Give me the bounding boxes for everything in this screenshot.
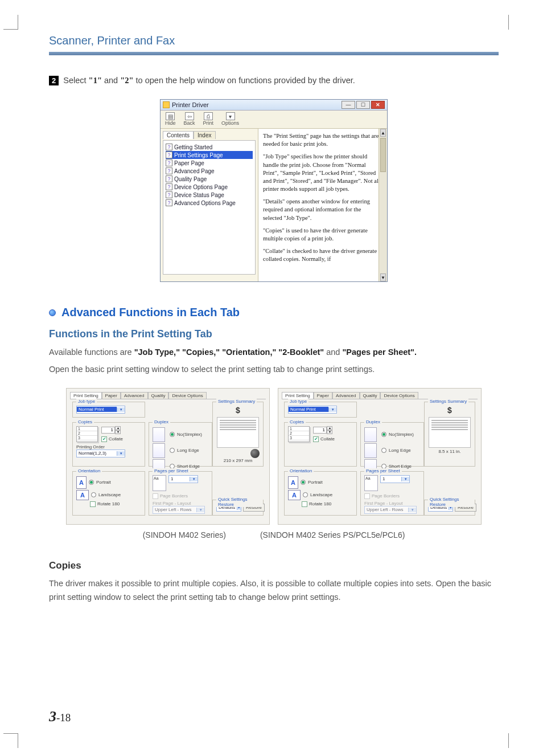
duplex-long-radio[interactable]: Long Edge — [364, 443, 420, 458]
tree-item[interactable]: ?Quality Page — [166, 175, 253, 183]
pps-select[interactable]: 1▾ — [168, 475, 198, 483]
tab-device-options[interactable]: Device Options — [380, 392, 418, 399]
copies-paragraph: The driver makes it possible to print mu… — [49, 577, 499, 604]
tree-item[interactable]: ?Advanced Page — [166, 167, 253, 175]
help-para: "Collate" is checked to have the driver … — [263, 247, 381, 263]
tree-item[interactable]: ?Device Status Page — [166, 191, 253, 199]
duplex-icon — [153, 443, 165, 458]
scroll-down-arrow-icon[interactable]: ▼ — [380, 273, 386, 281]
pps-select[interactable]: 1▾ — [380, 475, 410, 483]
rotate-label: Rotate 180 — [97, 501, 120, 506]
tree-item[interactable]: ?Getting Started — [166, 143, 253, 151]
summary-legend: Settings Summary — [216, 399, 257, 404]
pps-preview-icon: Aa — [153, 475, 166, 491]
tree-label: Device Status Page — [174, 192, 224, 198]
minimize-button[interactable]: — — [342, 101, 355, 109]
portrait-radio[interactable]: APortrait — [76, 476, 141, 489]
page-borders-checkbox[interactable]: ✔Page Borders — [364, 493, 420, 499]
close-button[interactable]: ✕ — [371, 101, 385, 109]
chapter-rule — [49, 52, 499, 55]
copies-spinner[interactable]: ▴▾ — [101, 426, 123, 434]
tab-paper[interactable]: Paper — [314, 392, 332, 399]
rotate-checkbox[interactable]: ✔Rotate 180 — [302, 501, 353, 507]
help-tree[interactable]: ?Getting Started ?Print Settings Page ?P… — [163, 140, 256, 275]
collate-checkbox[interactable]: ✔Collate — [101, 436, 123, 442]
collate-checkbox[interactable]: ✔Collate — [313, 436, 335, 442]
first-page-layout-select: Upper Left - Rows▾ — [364, 506, 417, 514]
tab-print-setting[interactable]: Print Setting — [282, 392, 314, 399]
tool-options[interactable]: ▾Options — [221, 112, 239, 126]
landscape-radio[interactable]: ALandscape — [76, 490, 141, 500]
tool-print[interactable]: ⎙Print — [203, 112, 214, 126]
tab-contents[interactable]: Contents — [163, 131, 194, 139]
scroll-up-arrow-icon[interactable]: ▲ — [380, 129, 386, 137]
jobtype-select[interactable]: Normal Print▾ — [288, 406, 337, 414]
tree-item[interactable]: ?Paper Page — [166, 159, 253, 167]
duplex-long-radio[interactable]: Long Edge — [153, 443, 208, 458]
spin-down[interactable]: ▾ — [115, 430, 121, 434]
summary-legend: Settings Summary — [428, 399, 468, 404]
tab-advanced[interactable]: Advanced — [121, 392, 148, 399]
vertical-scrollbar[interactable]: ▲ ▼ — [379, 129, 387, 281]
rotate-checkbox[interactable]: ✔Rotate 180 — [90, 501, 141, 507]
tree-item[interactable]: ?Advanced Options Page — [166, 199, 253, 207]
help-para: "Details" opens another window for enter… — [263, 198, 381, 222]
tab-print-setting[interactable]: Print Setting — [70, 392, 102, 399]
functions-print-setting-heading: Functions in the Print Setting Tab — [49, 328, 499, 340]
tab-paper[interactable]: Paper — [102, 392, 121, 399]
crop-mark-br — [508, 733, 523, 748]
fieldset-duplex: Duplex No(Simplex) Long Edge Short Edge — [360, 422, 424, 467]
radio-icon — [170, 448, 175, 453]
tab-quality[interactable]: Quality — [360, 392, 381, 399]
help-left-pane: Contents Index ?Getting Started ?Print S… — [161, 129, 258, 281]
step-q1: "1" — [89, 76, 102, 85]
landscape-radio[interactable]: ALandscape — [288, 490, 353, 500]
jobtype-select[interactable]: Normal Print▾ — [76, 406, 125, 414]
tree-item[interactable]: ?Device Options Page — [166, 183, 253, 191]
page-borders-checkbox[interactable]: ✔Page Borders — [153, 493, 208, 499]
dialog-caption-right: (SINDOH M402 Series PS/PCL5e/PCL6) — [260, 530, 405, 540]
tab-index[interactable]: Index — [194, 131, 215, 139]
paper-size-text: 210 x 297 mm — [216, 458, 260, 463]
spin-up[interactable]: ▴ — [115, 426, 121, 430]
pps-value: 1 — [381, 476, 401, 481]
tool-back[interactable]: ⇦Back — [184, 112, 195, 126]
printing-order-select[interactable]: Normal(1,2,3)▾ — [76, 449, 125, 457]
qsr-legend: Quick Settings Restore — [216, 497, 263, 507]
portrait-radio[interactable]: APortrait — [288, 476, 353, 489]
spin-up[interactable]: ▴ — [327, 426, 332, 430]
currency-icon: $ — [428, 406, 471, 415]
duplex-no-radio[interactable]: No(Simplex) — [153, 427, 208, 442]
spin-down[interactable]: ▾ — [327, 430, 332, 434]
tool-hide-label: Hide — [165, 120, 176, 126]
fp-bold2: "Pages per Sheet". — [342, 348, 417, 357]
copies-preview-icon: 123 — [76, 426, 98, 442]
fieldset-copies: Copies 123 ▴▾ ✔Collate — [284, 422, 357, 467]
copies-input[interactable] — [313, 427, 327, 434]
chevron-down-icon: ▾ — [401, 477, 409, 481]
copies-input[interactable] — [101, 427, 115, 434]
globe-icon — [250, 449, 260, 458]
fieldset-copies: Copies 123 ▴▾ ✔Collate Printing Order No… — [72, 422, 145, 467]
chevron-down-icon: ▾ — [328, 407, 336, 412]
copies-legend: Copies — [76, 419, 94, 424]
radio-icon — [381, 432, 386, 437]
checkbox-icon: ✔ — [313, 436, 319, 442]
duplex-no-radio[interactable]: No(Simplex) — [364, 427, 420, 442]
tab-advanced[interactable]: Advanced — [332, 392, 360, 399]
tab-quality[interactable]: Quality — [148, 392, 169, 399]
maximize-button[interactable]: ☐ — [356, 101, 370, 109]
duplex-icon — [364, 443, 377, 458]
print-setting-figures: Print Setting Paper Advanced Quality Dev… — [49, 388, 499, 525]
duplex-icon — [153, 427, 165, 442]
question-icon: ? — [166, 167, 172, 174]
tool-hide[interactable]: ▤Hide — [165, 112, 176, 126]
copies-spinner[interactable]: ▴▾ — [313, 426, 335, 434]
tool-print-label: Print — [203, 120, 214, 126]
tab-device-options[interactable]: Device Options — [168, 392, 206, 399]
chapter-title: Scanner, Printer and Fax — [49, 34, 499, 52]
landscape-icon: A — [288, 490, 301, 500]
scroll-thumb[interactable] — [380, 138, 386, 172]
tree-item-selected[interactable]: ?Print Settings Page — [166, 151, 253, 159]
question-icon: ? — [166, 191, 172, 198]
